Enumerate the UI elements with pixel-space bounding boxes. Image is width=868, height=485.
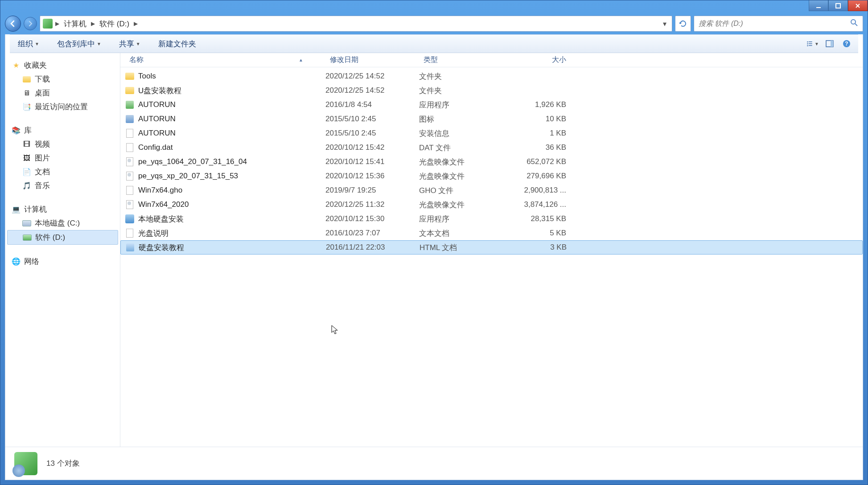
- file-name: Win7x64.gho: [138, 186, 182, 195]
- new-folder-label: 新建文件夹: [158, 39, 196, 49]
- file-row[interactable]: pe_yqs_xp_20_07_31_15_532020/10/12 15:36…: [120, 169, 863, 183]
- favorites-group[interactable]: ★ 收藏夹: [7, 58, 118, 72]
- recent-icon: 📑: [22, 103, 31, 111]
- file-row[interactable]: AUTORUN2015/5/10 2:45安装信息1 KB: [120, 126, 863, 140]
- file-date: 2015/5/10 2:45: [325, 115, 419, 123]
- libraries-icon: 📚: [12, 126, 21, 135]
- file-row[interactable]: 本地硬盘安装2020/10/12 15:30应用程序28,315 KB: [120, 212, 863, 226]
- breadcrumb-drive[interactable]: 软件 (D:): [98, 18, 131, 30]
- star-icon: ★: [12, 61, 21, 70]
- file-type: 应用程序: [419, 100, 508, 110]
- libraries-group[interactable]: 📚 库: [7, 123, 118, 137]
- file-type: HTML 文档: [420, 242, 509, 253]
- address-bar[interactable]: ▶ 计算机 ▶ 软件 (D:) ▶ ▾: [40, 16, 672, 32]
- file-icon: [125, 171, 135, 181]
- chevron-right-icon[interactable]: ▶: [55, 21, 59, 27]
- back-button[interactable]: [5, 16, 21, 32]
- toolbar-right: ▼ ?: [806, 37, 853, 50]
- file-name: pe_yqs_1064_20_07_31_16_04: [138, 157, 247, 166]
- file-row[interactable]: Win7x64.gho2019/9/7 19:25GHO 文件2,900,813…: [120, 183, 863, 197]
- file-name: AUTORUN: [138, 129, 176, 138]
- new-folder-button[interactable]: 新建文件夹: [156, 37, 199, 51]
- nav-pictures[interactable]: 🖼 图片: [7, 151, 118, 165]
- preview-pane-button[interactable]: [823, 37, 836, 50]
- file-type: 光盘映像文件: [419, 171, 508, 181]
- nav-drive-d[interactable]: 软件 (D:): [7, 230, 118, 245]
- navigation-pane[interactable]: ★ 收藏夹 下载 🖥 桌面 📑 最近访问的位置: [5, 53, 120, 447]
- nav-recent[interactable]: 📑 最近访问的位置: [7, 100, 118, 114]
- file-name: AUTORUN: [138, 100, 176, 109]
- file-icon: [125, 185, 135, 195]
- file-type: 应用程序: [419, 214, 508, 224]
- include-in-library-menu[interactable]: 包含到库中 ▼: [54, 37, 104, 51]
- file-row[interactable]: Config.dat2020/10/12 15:42DAT 文件36 KB: [120, 140, 863, 155]
- file-list[interactable]: Tools2020/12/25 14:52文件夹U盘安装教程2020/12/25…: [120, 67, 863, 447]
- svg-rect-1: [836, 4, 840, 8]
- file-icon: [125, 71, 135, 81]
- column-date[interactable]: 修改日期: [325, 55, 419, 65]
- file-icon: [125, 86, 135, 95]
- network-group[interactable]: 🌐 网络: [7, 255, 118, 268]
- file-icon: [125, 143, 135, 152]
- refresh-button[interactable]: [675, 16, 691, 32]
- file-name: AUTORUN: [138, 115, 176, 123]
- toolbar: 组织 ▼ 包含到库中 ▼ 共享 ▼ 新建文件夹 ▼: [10, 34, 858, 53]
- computer-group[interactable]: 💻 计算机: [7, 202, 118, 216]
- search-input[interactable]: [699, 20, 850, 28]
- column-label: 名称: [129, 55, 144, 65]
- file-date: 2016/10/23 7:07: [325, 229, 419, 238]
- forward-button[interactable]: [24, 17, 37, 30]
- organize-menu[interactable]: 组织 ▼: [15, 37, 42, 51]
- nav-downloads[interactable]: 下载: [7, 72, 118, 86]
- file-size: 36 KB: [508, 143, 571, 152]
- nav-drive-c[interactable]: 本地磁盘 (C:): [7, 216, 118, 230]
- column-name[interactable]: 名称 ▲: [125, 55, 325, 65]
- nav-label: 最近访问的位置: [35, 102, 88, 112]
- nav-documents[interactable]: 📄 文档: [7, 165, 118, 179]
- help-button[interactable]: ?: [840, 37, 853, 50]
- svg-rect-5: [807, 43, 808, 44]
- chevron-right-icon[interactable]: ▶: [91, 21, 95, 27]
- share-menu[interactable]: 共享 ▼: [116, 37, 143, 51]
- minimize-button[interactable]: [809, 0, 828, 11]
- file-row[interactable]: AUTORUN2016/1/8 4:54应用程序1,926 KB: [120, 98, 863, 112]
- nav-videos[interactable]: 🎞 视频: [7, 137, 118, 151]
- file-size: 2,900,813 ...: [508, 186, 571, 195]
- search-box[interactable]: [694, 16, 863, 32]
- column-size[interactable]: 大小: [508, 55, 571, 65]
- column-type[interactable]: 类型: [419, 55, 508, 65]
- file-row[interactable]: pe_yqs_1064_20_07_31_16_042020/10/12 15:…: [120, 155, 863, 169]
- file-row[interactable]: Tools2020/12/25 14:52文件夹: [120, 69, 863, 83]
- file-row[interactable]: U盘安装教程2020/12/25 14:52文件夹: [120, 83, 863, 98]
- file-row[interactable]: AUTORUN2015/5/10 2:45图标10 KB: [120, 112, 863, 126]
- chevron-right-icon[interactable]: ▶: [134, 21, 138, 27]
- drive-icon: [22, 219, 31, 228]
- file-date: 2020/12/25 14:52: [325, 72, 419, 81]
- nav-label: 音乐: [35, 181, 50, 191]
- file-row[interactable]: 硬盘安装教程2016/11/21 22:03HTML 文档3 KB: [120, 240, 863, 255]
- network-icon: 🌐: [12, 257, 21, 266]
- view-options-button[interactable]: ▼: [806, 37, 819, 50]
- file-icon: [125, 242, 135, 252]
- file-row[interactable]: 光盘说明2016/10/23 7:07文本文档5 KB: [120, 226, 863, 240]
- close-button[interactable]: [848, 0, 868, 11]
- split-area: ★ 收藏夹 下载 🖥 桌面 📑 最近访问的位置: [5, 53, 863, 447]
- address-dropdown[interactable]: ▾: [660, 20, 669, 28]
- file-row[interactable]: Win7x64_20202020/12/25 11:32光盘映像文件3,874,…: [120, 197, 863, 212]
- file-name: Win7x64_2020: [138, 200, 189, 209]
- chevron-down-icon: ▼: [136, 41, 140, 46]
- file-size: 3,874,126 ...: [508, 200, 571, 209]
- nav-label: 图片: [35, 153, 50, 163]
- computer-icon: 💻: [12, 205, 21, 214]
- breadcrumb-computer[interactable]: 计算机: [62, 18, 88, 30]
- maximize-button[interactable]: [828, 0, 848, 11]
- nav-label: 网络: [24, 256, 39, 267]
- drive-icon: [23, 233, 32, 242]
- search-icon[interactable]: [850, 19, 858, 29]
- file-area: 名称 ▲ 修改日期 类型 大小 Tools2020/12/25 14:52文件夹…: [120, 53, 863, 447]
- downloads-icon: [22, 75, 31, 84]
- nav-desktop[interactable]: 🖥 桌面: [7, 86, 118, 100]
- nav-music[interactable]: 🎵 音乐: [7, 179, 118, 193]
- file-type: DAT 文件: [419, 143, 508, 153]
- file-size: 5 KB: [508, 229, 571, 238]
